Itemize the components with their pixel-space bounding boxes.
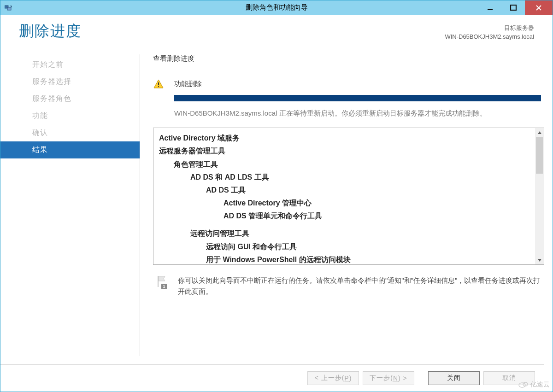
page-title: 删除进度: [19, 21, 82, 41]
result-item: AD DS 管理单元和命令行工具: [159, 210, 530, 222]
footer-buttons: < 上一步(P) 下一步(N) > 关闭 取消: [0, 364, 544, 385]
result-item: 远程访问管理工具: [159, 227, 530, 240]
status-message: WIN-D65BOKJH3M2.sayms.local 正在等待重新启动。你必须…: [174, 108, 541, 118]
svg-rect-2: [488, 9, 493, 10]
close-wizard-button[interactable]: 关闭: [428, 371, 480, 385]
result-item: 远程服务器管理工具: [159, 145, 530, 158]
result-item: AD DS 工具: [159, 184, 530, 197]
result-item: Active Directory 管理中心: [159, 197, 530, 210]
sidebar-item-features: 功能: [0, 107, 140, 124]
content-pane: 查看删除进度 功能删除 WIN-D65BO: [140, 54, 544, 356]
close-button[interactable]: [525, 0, 553, 15]
progress-bar: [174, 95, 541, 101]
sidebar: 开始之前 服务器选择 服务器角色 功能 确认 结果: [0, 54, 140, 356]
sidebar-item-results[interactable]: 结果: [0, 141, 140, 158]
svg-text:1: 1: [163, 284, 165, 289]
result-item: 用于 Windows PowerShell 的远程访问模块: [159, 253, 530, 265]
cancel-button: 取消: [483, 371, 535, 385]
wizard-body: 删除进度 目标服务器 WIN-D65BOKJH3M2.sayms.local 开…: [0, 15, 553, 392]
flag-icon: 1: [156, 275, 169, 289]
status-column: 功能删除 WIN-D65BOKJH3M2.sayms.local 正在等待重新启…: [174, 80, 544, 118]
result-item: AD DS 和 AD LDS 工具: [159, 171, 530, 184]
wizard-window: 删除角色和功能向导 删除进度 目标服务器 WIN-D65BOKJH3M2.say…: [0, 0, 553, 392]
scroll-down-button[interactable]: [535, 256, 544, 264]
svg-rect-4: [158, 82, 159, 85]
svg-rect-1: [7, 7, 11, 10]
scroll-thumb[interactable]: [536, 137, 543, 174]
status-heading: 功能删除: [174, 80, 544, 88]
titlebar: 删除角色和功能向导: [0, 0, 553, 15]
target-server-box: 目标服务器 WIN-D65BOKJH3M2.sayms.local: [445, 21, 534, 41]
result-item: Active Directory 域服务: [159, 132, 530, 145]
app-icon: [5, 5, 13, 11]
status-row: 功能删除 WIN-D65BOKJH3M2.sayms.local 正在等待重新启…: [153, 80, 544, 118]
target-server-label: 目标服务器: [445, 24, 534, 33]
sidebar-item-server-roles: 服务器角色: [0, 90, 140, 107]
result-item: 远程访问 GUI 和命令行工具: [159, 240, 530, 253]
scroll-up-button[interactable]: [535, 128, 544, 137]
progress-fill: [174, 95, 541, 101]
section-title: 查看删除进度: [153, 54, 544, 63]
window-controls: [479, 0, 553, 15]
results-box: Active Directory 域服务 远程服务器管理工具 角色管理工具 AD…: [153, 128, 544, 265]
scroll-track[interactable]: [535, 137, 544, 256]
minimize-button[interactable]: [479, 0, 502, 15]
tip-row: 1 你可以关闭此向导而不中断正在运行的任务。请依次单击命令栏中的"通知"和"任务…: [153, 275, 544, 297]
target-server-name: WIN-D65BOKJH3M2.sayms.local: [445, 33, 534, 41]
previous-button: < 上一步(P): [307, 371, 359, 385]
svg-rect-3: [511, 5, 516, 10]
maximize-button[interactable]: [502, 0, 525, 15]
tip-text: 你可以关闭此向导而不中断正在运行的任务。请依次单击命令栏中的"通知"和"任务详细…: [178, 275, 542, 297]
results-scrollbar[interactable]: [535, 128, 544, 264]
sidebar-item-confirm: 确认: [0, 124, 140, 141]
next-button: 下一步(N) >: [363, 371, 414, 385]
result-item: 角色管理工具: [159, 158, 530, 171]
sidebar-item-server-select: 服务器选择: [0, 73, 140, 90]
svg-rect-5: [158, 86, 159, 87]
header-row: 删除进度 目标服务器 WIN-D65BOKJH3M2.sayms.local: [0, 21, 544, 41]
sidebar-item-before-begin: 开始之前: [0, 56, 140, 73]
window-title: 删除角色和功能向导: [0, 3, 553, 12]
columns: 开始之前 服务器选择 服务器角色 功能 确认 结果 查看删除进度: [0, 54, 544, 356]
warning-icon: [153, 79, 164, 90]
results-list: Active Directory 域服务 远程服务器管理工具 角色管理工具 AD…: [153, 128, 535, 264]
